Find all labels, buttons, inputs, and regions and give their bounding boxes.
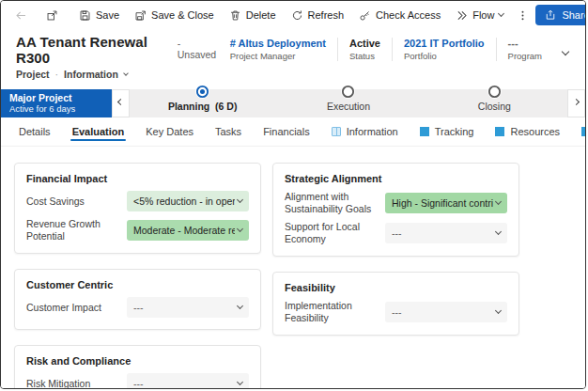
bpf-next-button[interactable] [567, 89, 585, 117]
form-right-column: Strategic Alignment Alignment with Susta… [272, 163, 519, 336]
tab-label: Information [347, 126, 398, 137]
form-tab-bar: Details Evaluation Key Dates Tasks Finan… [1, 117, 585, 147]
refresh-button[interactable]: Refresh [285, 4, 351, 26]
section-title: Financial Impact [26, 173, 249, 184]
chevron-down-icon [562, 47, 569, 55]
chevron-down-icon [237, 379, 243, 385]
chevron-down-icon [495, 306, 502, 313]
tab-label: Resources [510, 126, 560, 137]
bpf-process-status: Active for 6 days [9, 103, 103, 114]
tab-key-dates[interactable]: Key Dates [146, 117, 193, 146]
tab-resources[interactable]: Resources [495, 117, 560, 146]
field-label: Revenue Growth Potential [26, 218, 127, 242]
bpf-stage-planning[interactable]: Planning (6 D) [130, 89, 275, 117]
section-title: Risk and Compliance [26, 355, 249, 367]
share-button[interactable]: Share [535, 5, 586, 25]
sustainability-alignment-dropdown[interactable]: High - Significant contribution [385, 193, 507, 213]
field-label: Support for Local Economy [285, 221, 385, 244]
field-label: Risk Mitigation [26, 378, 127, 388]
bpf-stage-closing[interactable]: Closing [422, 89, 567, 117]
flow-icon [456, 9, 468, 22]
overflow-menu-button[interactable] [512, 4, 534, 26]
form-selector[interactable]: Information [64, 69, 118, 80]
dropdown-value: --- [392, 227, 493, 239]
tab-label: Tasks [215, 126, 241, 137]
tab-information[interactable]: Information [332, 117, 398, 146]
tab-label: Financials [263, 126, 310, 137]
section-title: Strategic Alignment [285, 173, 507, 184]
record-title-block: AA Tenant Renewal R300 - Unsaved Project… [16, 34, 219, 80]
command-bar: Save Save & Close Delete Refresh Check A… [1, 1, 585, 29]
section-risk-and-compliance: Risk and Compliance Risk Mitigation --- [14, 345, 261, 388]
tab-details[interactable]: Details [19, 117, 51, 146]
dropdown-value: <5% reduction - in operating [133, 196, 235, 207]
section-financial-impact: Financial Impact Cost Savings <5% reduct… [14, 163, 261, 254]
header-fields: # Altus Deployment Project Manager Activ… [219, 38, 572, 61]
bpf-stage-track: Planning (6 D) Execution Closing [130, 89, 567, 117]
tab-strategy[interactable]: Strategy [581, 117, 586, 146]
customer-impact-dropdown[interactable]: --- [127, 297, 249, 318]
dropdown-value: --- [133, 378, 235, 388]
share-icon [545, 9, 556, 21]
section-title: Feasibility [285, 282, 507, 293]
chevron-down-icon [237, 303, 243, 309]
revenue-growth-dropdown[interactable]: Moderate - Moderate revenue [127, 220, 249, 241]
header-field-portfolio: 2021 IT Portfolio Portfolio [393, 38, 497, 61]
risk-mitigation-dropdown[interactable]: --- [127, 373, 249, 388]
section-strategic-alignment: Strategic Alignment Alignment with Susta… [272, 163, 519, 257]
check-access-label: Check Access [376, 9, 441, 21]
strategy-tab-icon [581, 127, 586, 136]
check-access-button[interactable]: Check Access [352, 4, 447, 26]
section-customer-centric: Customer Centric Customer Impact --- [14, 269, 261, 330]
overflow-dots-icon [517, 9, 529, 22]
dropdown-value: --- [392, 306, 493, 318]
popout-icon [46, 9, 58, 22]
popout-button[interactable] [41, 4, 63, 26]
cost-savings-dropdown[interactable]: <5% reduction - in operating [127, 191, 249, 211]
save-and-close-button[interactable]: Save & Close [128, 4, 221, 26]
delete-button[interactable]: Delete [223, 4, 283, 26]
field-label: Cost Savings [26, 196, 127, 208]
section-feasibility: Feasibility Implementation Feasibility -… [272, 272, 519, 336]
bpf-prev-button[interactable] [112, 89, 130, 117]
header-field-project-manager: # Altus Deployment Project Manager [219, 38, 338, 61]
dropdown-value: High - Significant contribution [392, 197, 493, 209]
project-manager-value[interactable]: # Altus Deployment [230, 38, 326, 49]
back-arrow-icon [15, 9, 27, 22]
field-alignment-sustainability-goals: Alignment with Sustainability Goals High… [285, 191, 507, 214]
business-process-flow: Major Project Active for 6 days Planning… [1, 89, 585, 117]
save-button[interactable]: Save [72, 4, 126, 26]
flow-label: Flow [472, 9, 494, 21]
implementation-feasibility-dropdown[interactable]: --- [385, 302, 507, 322]
field-revenue-growth-potential: Revenue Growth Potential Moderate - Mode… [26, 218, 249, 242]
flow-button[interactable]: Flow [449, 4, 510, 26]
tab-financials[interactable]: Financials [263, 117, 310, 146]
tab-label: Key Dates [146, 126, 193, 137]
tab-tracking[interactable]: Tracking [420, 117, 474, 146]
chevron-down-icon [237, 225, 243, 231]
tab-label: Evaluation [72, 126, 125, 137]
field-implementation-feasibility: Implementation Feasibility --- [285, 300, 507, 323]
tab-evaluation[interactable]: Evaluation [72, 117, 125, 146]
dropdown-value: --- [133, 302, 235, 313]
bpf-stage-execution[interactable]: Execution [275, 89, 421, 117]
delete-label: Delete [246, 9, 276, 21]
delete-icon [229, 9, 241, 22]
save-close-icon [134, 9, 147, 22]
tab-label: Tracking [435, 126, 474, 137]
bpf-active-stage-box[interactable]: Major Project Active for 6 days [1, 89, 112, 117]
stage-label: Closing [478, 101, 511, 112]
portfolio-value[interactable]: 2021 IT Portfolio [404, 38, 485, 49]
tracking-tab-icon [420, 127, 429, 136]
form-left-column: Financial Impact Cost Savings <5% reduct… [14, 163, 261, 388]
local-economy-dropdown[interactable]: --- [385, 223, 507, 243]
portfolio-label: Portfolio [404, 51, 485, 61]
stage-inactive-dot-icon [341, 85, 355, 99]
dropdown-value: Moderate - Moderate revenue [133, 225, 235, 236]
back-button[interactable] [10, 4, 32, 26]
header-field-program: --- Program [497, 38, 553, 61]
resources-tab-icon [495, 127, 504, 136]
header-collapse-button[interactable] [553, 41, 572, 58]
share-label: Share [562, 9, 586, 21]
tab-tasks[interactable]: Tasks [215, 117, 241, 146]
